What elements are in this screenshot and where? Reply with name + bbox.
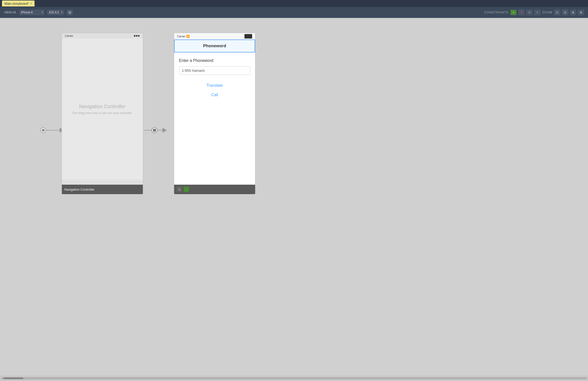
nav-controller-title-text: Navigation Controller <box>79 104 126 109</box>
segue-icon-symbol: → <box>185 188 188 191</box>
phoneword-body: Enter a Phoneword: Translate Call <box>174 52 255 191</box>
segue-dot <box>152 127 157 133</box>
nav-controller-hint-text: Ctrl+drag from here to set root view con… <box>72 111 133 115</box>
constraints-label: CONSTRAINTS <box>484 11 509 14</box>
segue-group <box>144 127 167 133</box>
zoom-in-btn[interactable]: ⊞ <box>570 10 576 15</box>
phoneword-segue-icon: → <box>184 187 189 192</box>
phoneword-input[interactable] <box>179 66 250 75</box>
main-storyboard-tab[interactable]: Main.storyboard* × <box>2 0 35 6</box>
phoneword-enter-label: Enter a Phoneword: <box>179 58 250 63</box>
phoneword-controller-icon: ⊡ <box>177 187 182 192</box>
constraints-issues-btn[interactable]: ⊡ <box>526 10 532 15</box>
phoneword-status-bar: Carrier 📶 ■■■ <box>174 33 255 40</box>
nav-battery: ■■■ <box>134 34 140 38</box>
ios-select-wrapper[interactable]: iOS 9.2 iOS 9.1 iOS 9.0 <box>47 10 64 15</box>
entry-connector-circle <box>40 127 46 133</box>
phoneword-battery: ■■■ <box>244 34 252 39</box>
tab-label: Main.storyboard* <box>4 2 29 5</box>
tab-close-icon[interactable]: × <box>30 2 32 5</box>
phoneword-bottom-bar: ⊡ → <box>174 185 255 194</box>
nav-controller-bottom-bar: Navigation Controller <box>62 185 143 194</box>
segue-right-line <box>157 130 162 130</box>
horizontal-scrollbar[interactable] <box>0 376 588 381</box>
constraints-layout-btn[interactable]: ≡ <box>534 10 540 15</box>
scrollbar-thumb[interactable] <box>3 377 23 379</box>
nav-controller-bottom-label: Navigation Controller <box>64 188 94 191</box>
segue-arrow <box>162 128 167 133</box>
ios-select[interactable]: iOS 9.2 iOS 9.1 iOS 9.0 <box>47 10 64 15</box>
storyboard-canvas[interactable]: Carrier ■■■ Navigation Controller Ctrl+d… <box>0 18 588 376</box>
zoom-out-btn[interactable]: ⊟ <box>562 10 568 15</box>
call-button[interactable]: Call <box>179 90 250 100</box>
nav-carrier: Carrier <box>65 34 73 37</box>
segue-left-line <box>144 130 152 130</box>
device-select[interactable]: iPhone 6 iPhone 6 Plus iPhone 5s <box>19 10 44 15</box>
zoom-label: ZOOM <box>542 11 552 14</box>
segue-connector <box>144 127 167 133</box>
controller-icon-symbol: ⊡ <box>178 188 180 191</box>
segue-dot-inner <box>153 129 156 132</box>
translate-button[interactable]: Translate <box>179 81 250 90</box>
screen-size-btn[interactable]: ▤ <box>67 10 73 15</box>
phoneword-screen: Carrier 📶 ■■■ Phoneword Enter a Phonewor… <box>174 33 255 194</box>
device-select-wrapper[interactable]: iPhone 6 iPhone 6 Plus iPhone 5s <box>19 10 44 15</box>
nav-controller-frame[interactable]: Carrier ■■■ Navigation Controller Ctrl+d… <box>62 33 143 194</box>
phoneword-carrier: Carrier 📶 <box>177 35 190 38</box>
zoom-fit-btn[interactable]: ⊡ <box>554 10 560 15</box>
phoneword-nav-bar[interactable]: Phoneword <box>174 40 255 52</box>
entry-connector <box>40 127 64 133</box>
phoneword-nav-title: Phoneword <box>203 43 226 48</box>
phoneword-frame[interactable]: Carrier 📶 ■■■ Phoneword Enter a Phonewor… <box>174 33 255 194</box>
toolbar-right: CONSTRAINTS + ✕ ⊡ ≡ ZOOM ⊡ ⊟ ⊞ ⊞ <box>484 10 584 15</box>
nav-controller-screen: Carrier ■■■ Navigation Controller Ctrl+d… <box>62 33 143 194</box>
view-as-label: VIEW AS <box>4 11 16 14</box>
entry-connector-inner <box>42 129 44 131</box>
constraints-add-btn[interactable]: + <box>510 10 516 15</box>
screen-size-icon: ▤ <box>68 10 71 14</box>
nav-controller-body: Navigation Controller Ctrl+drag from her… <box>62 39 143 180</box>
entry-connector-line <box>46 130 60 130</box>
title-bar: Main.storyboard* × <box>0 0 588 7</box>
scrollbar-track <box>1 377 587 379</box>
nav-status-bar: Carrier ■■■ <box>62 33 143 39</box>
toolbar: VIEW AS iPhone 6 iPhone 6 Plus iPhone 5s… <box>0 7 588 18</box>
constraints-remove-btn[interactable]: ✕ <box>518 10 524 15</box>
zoom-reset-btn[interactable]: ⊞ <box>578 10 584 15</box>
